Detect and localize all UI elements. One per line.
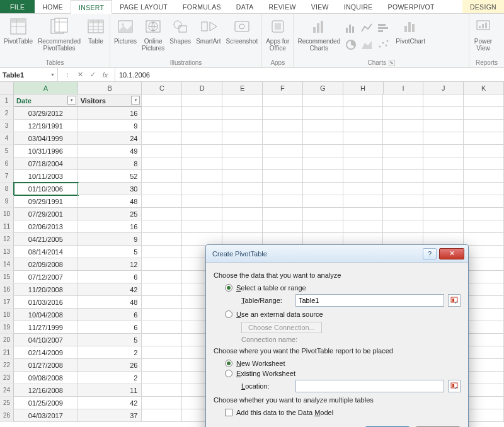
cell[interactable] — [464, 321, 504, 334]
close-button[interactable]: ✕ — [439, 248, 464, 259]
cell[interactable] — [142, 372, 182, 384]
cell[interactable] — [142, 258, 182, 271]
cell-visitors[interactable]: 6 — [78, 271, 142, 283]
cell-date[interactable]: 12/16/2008 — [14, 384, 78, 397]
enter-formula-icon[interactable]: ✓ — [88, 71, 97, 79]
cell[interactable] — [383, 120, 423, 132]
table-header-date[interactable]: Date▼ — [14, 94, 78, 107]
cell[interactable] — [464, 208, 504, 220]
tab-design[interactable]: DESIGN — [462, 0, 504, 13]
tab-data[interactable]: DATA — [229, 0, 261, 13]
cell[interactable] — [383, 220, 423, 233]
row-header[interactable]: 22 — [0, 359, 14, 372]
cell[interactable] — [423, 132, 464, 145]
row-header[interactable]: 26 — [0, 409, 14, 422]
cell-visitors[interactable]: 52 — [78, 170, 142, 183]
cell[interactable] — [142, 107, 182, 120]
cell[interactable] — [383, 132, 423, 145]
row-header[interactable]: 24 — [0, 384, 14, 397]
cell[interactable] — [464, 183, 504, 195]
range-picker-button[interactable] — [448, 380, 461, 392]
cell[interactable] — [142, 120, 182, 132]
name-box[interactable]: Table1▼ — [0, 68, 58, 81]
table-header-visitors[interactable]: Visitors▼ — [78, 94, 142, 107]
cancel-formula-icon[interactable]: ✕ — [76, 71, 84, 79]
cell[interactable] — [423, 183, 464, 195]
cell[interactable] — [464, 409, 504, 422]
tab-formulas[interactable]: FORMULAS — [175, 0, 229, 13]
pictures-button[interactable]: Pictures — [113, 15, 138, 46]
cell[interactable] — [142, 397, 182, 409]
cell-date[interactable]: 10/04/2008 — [14, 309, 78, 321]
row-header[interactable]: 15 — [0, 271, 14, 283]
cell-visitors[interactable]: 2 — [78, 372, 142, 384]
cell[interactable] — [263, 107, 303, 120]
cell[interactable] — [182, 157, 222, 170]
cell[interactable] — [303, 183, 343, 195]
cell[interactable] — [222, 120, 263, 132]
cell-visitors[interactable]: 26 — [78, 359, 142, 372]
cell-visitors[interactable]: 37 — [78, 409, 142, 422]
cell[interactable] — [464, 132, 504, 145]
cell[interactable] — [464, 220, 504, 233]
cell[interactable] — [142, 309, 182, 321]
cell[interactable] — [383, 157, 423, 170]
cell[interactable] — [303, 170, 343, 183]
row-header[interactable]: 25 — [0, 397, 14, 409]
cell[interactable] — [263, 183, 303, 195]
row-header[interactable]: 16 — [0, 283, 14, 296]
tab-inquire[interactable]: INQUIRE — [336, 0, 381, 13]
pivotchart-button[interactable]: PivotChart — [394, 15, 427, 46]
tab-view[interactable]: VIEW — [304, 0, 336, 13]
cell-date[interactable]: 02/14/2009 — [14, 346, 78, 359]
col-header-h[interactable]: H — [343, 82, 384, 94]
cell[interactable] — [142, 283, 182, 296]
row-header[interactable]: 3 — [0, 120, 14, 132]
cell[interactable] — [142, 346, 182, 359]
cell[interactable] — [464, 145, 504, 157]
cell[interactable] — [222, 132, 263, 145]
cell-date[interactable]: 04/03/2017 — [14, 409, 78, 422]
cell-date[interactable]: 03/29/2012 — [14, 107, 78, 120]
cell[interactable] — [464, 271, 504, 283]
cell-date[interactable]: 09/08/2008 — [14, 372, 78, 384]
cell[interactable] — [263, 195, 303, 208]
tab-insert[interactable]: INSERT — [71, 0, 112, 14]
cell-visitors[interactable]: 16 — [78, 107, 142, 120]
cell[interactable] — [142, 359, 182, 372]
area-chart-icon[interactable] — [360, 38, 375, 53]
cell[interactable] — [423, 157, 464, 170]
dialog-titlebar[interactable]: Create PivotTable ? ✕ — [206, 245, 468, 263]
cell-date[interactable]: 08/14/2014 — [14, 246, 78, 258]
cell-date[interactable]: 01/10/2006 — [14, 183, 78, 195]
cell[interactable] — [464, 107, 504, 120]
cell[interactable] — [464, 359, 504, 372]
cell[interactable] — [182, 195, 222, 208]
online-pictures-button[interactable]: Online Pictures — [140, 15, 166, 53]
cell[interactable] — [222, 183, 263, 195]
cell[interactable] — [343, 233, 384, 246]
cell-visitors[interactable]: 5 — [78, 246, 142, 258]
cell-date[interactable]: 07/29/2001 — [14, 208, 78, 220]
cell[interactable] — [222, 195, 263, 208]
cell[interactable] — [383, 208, 423, 220]
scatter-chart-icon[interactable] — [377, 38, 392, 53]
cell[interactable] — [182, 107, 222, 120]
cell-date[interactable]: 04/21/2005 — [14, 233, 78, 246]
cell[interactable] — [142, 296, 182, 309]
cell[interactable] — [343, 220, 384, 233]
col-header-i[interactable]: I — [384, 82, 424, 94]
range-picker-button[interactable] — [448, 294, 461, 307]
tab-review[interactable]: REVIEW — [261, 0, 303, 13]
cell[interactable] — [383, 195, 423, 208]
cell-date[interactable]: 09/29/1991 — [14, 195, 78, 208]
row-header[interactable]: 23 — [0, 372, 14, 384]
cell-visitors[interactable]: 49 — [78, 145, 142, 157]
radio-existing-worksheet[interactable]: Existing Worksheet — [225, 370, 461, 377]
column-chart-icon[interactable] — [344, 21, 359, 37]
cell-date[interactable]: 01/25/2009 — [14, 397, 78, 409]
select-all-corner[interactable] — [0, 82, 14, 94]
cell[interactable] — [142, 220, 182, 233]
recommended-charts-button[interactable]: Recommended Charts — [296, 15, 341, 53]
cell-visitors[interactable]: 24 — [78, 132, 142, 145]
